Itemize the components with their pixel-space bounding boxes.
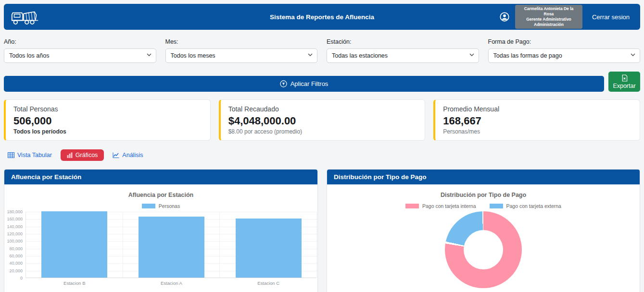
panel-header: Afluencia por Estación [4, 170, 317, 184]
card-total-recaudado: Total Recaudado $4,048,000.00 $8.00 por … [219, 99, 426, 141]
gridline [316, 212, 317, 278]
gridline [123, 212, 123, 278]
card-value: 168,667 [443, 115, 632, 127]
legend-swatch [142, 204, 155, 208]
line-chart-icon [113, 152, 119, 158]
bar-chart-title: Afluencia por Estación [4, 184, 317, 198]
bar-estacion-c [236, 219, 302, 278]
legend-item: Pago con tarjeta externa [490, 203, 561, 209]
donut-chart [445, 211, 522, 288]
legend-label: Personas [159, 203, 180, 209]
export-label: Exportar [613, 83, 635, 89]
tab-vista-tabular[interactable]: Vista Tabular [4, 149, 56, 161]
bar-estacion-b [41, 211, 107, 278]
tab-graficos-active[interactable]: Gráficos [61, 149, 104, 161]
filter-payment: Forma de Pago: Todas las formas de pago [488, 38, 641, 63]
panel-afluencia: Afluencia por Estación Afluencia por Est… [4, 169, 318, 292]
payment-label: Forma de Pago: [488, 38, 641, 45]
person-circle-icon [500, 12, 509, 22]
y-tick-label: 100,000 [7, 239, 23, 243]
pie-chart-canvas: Distribución por Tipo de Pago Pago con t… [327, 184, 640, 292]
panel-header: Distribución por Tipo de Pago [327, 170, 640, 184]
legend-item: Personas [142, 203, 180, 209]
station-select[interactable]: Todas las estaciones [327, 49, 479, 63]
filter-month: Mes: Todos los meses [165, 38, 318, 63]
pie-chart-title: Distribución por Tipo de Pago [327, 184, 640, 198]
user-role: Gerente Administrativo [520, 17, 578, 22]
legend-label: Pago con tarjeta interna [422, 203, 476, 209]
bar-chart-icon [67, 152, 73, 158]
pie-chart-legend: Pago con tarjeta interna Pago con tarjet… [327, 203, 640, 209]
card-title: Total Personas [13, 105, 202, 113]
month-label: Mes: [165, 38, 318, 45]
user-info-badge: Carmelita Antonieta De la Rosa Gerente A… [515, 5, 582, 29]
bar-plot-area: Estacion BEstacion AEstacion C [25, 212, 316, 278]
filter-year: Año: Todos los años [4, 38, 156, 63]
truck-logo-icon [11, 7, 42, 27]
card-promedio-mensual: Promedio Mensual 168,667 Personas/mes [433, 99, 640, 141]
y-tick-label: 180,000 [7, 209, 23, 214]
tab-label: Análisis [122, 152, 143, 158]
legend-item: Pago con tarjeta interna [405, 203, 476, 209]
y-tick-label: 40,000 [9, 261, 23, 266]
table-icon [8, 152, 14, 158]
filter-station: Estación: Todas las estaciones [327, 38, 479, 63]
apply-filters-button[interactable]: Aplicar Filtros [4, 76, 604, 92]
panel-distribucion: Distribución por Tipo de Pago Distribuci… [327, 169, 640, 292]
card-value: $4,048,000.00 [228, 115, 417, 127]
user-name: Carmelita Antonieta De la Rosa [520, 6, 578, 17]
view-tabs: Vista Tabular Gráficos Análisis [4, 149, 147, 161]
legend-swatch [405, 204, 419, 208]
tab-label: Vista Tabular [17, 152, 52, 158]
card-value: 506,000 [13, 115, 202, 127]
card-subtitle: Personas/mes [443, 128, 632, 135]
y-tick-label: 120,000 [7, 231, 23, 236]
apply-filters-label: Aplicar Filtros [290, 80, 328, 87]
card-title: Total Recaudado [228, 105, 417, 113]
tab-analisis[interactable]: Análisis [109, 149, 147, 161]
card-subtitle: Todos los períodos [13, 128, 202, 135]
y-tick-label: 60,000 [9, 254, 23, 258]
card-subtitle: $8.00 por acceso (promedio) [228, 128, 417, 135]
tab-label: Gráficos [76, 152, 98, 158]
station-label: Estación: [327, 38, 479, 45]
x-tick-label: Estacion A [123, 280, 220, 286]
year-select[interactable]: Todos los años [4, 49, 156, 63]
user-department: Administración [520, 22, 578, 27]
navbar: Sistema de Reportes de Afluencia Carmeli… [4, 4, 640, 30]
actions-row: Aplicar Filtros Exportar [4, 72, 640, 92]
bar-chart-canvas: Afluencia por Estación Personas 020,0004… [4, 184, 317, 292]
year-label: Año: [4, 38, 156, 45]
stat-cards: Total Personas 506,000 Todos los período… [4, 99, 640, 141]
y-tick-label: 0 [20, 276, 23, 280]
y-tick-label: 20,000 [9, 268, 23, 273]
y-tick-label: 140,000 [7, 224, 23, 229]
gridline [219, 212, 220, 278]
x-tick-label: Estacion B [26, 280, 123, 286]
legend-label: Pago con tarjeta externa [506, 203, 561, 209]
month-select[interactable]: Todos los meses [165, 49, 318, 63]
card-title: Promedio Mensual [443, 105, 632, 113]
bar-chart-legend: Personas [4, 203, 317, 209]
y-tick-label: 160,000 [7, 217, 23, 221]
x-tick-label: Estacion C [220, 280, 317, 286]
card-total-personas: Total Personas 506,000 Todos los período… [4, 99, 211, 141]
logout-link[interactable]: Cerrar sesion [588, 11, 633, 24]
filters-bar: Año: Todos los años Mes: Todos los meses… [4, 38, 640, 63]
payment-select[interactable]: Todas las formas de pago [488, 49, 641, 63]
export-button[interactable]: Exportar [608, 72, 640, 92]
bar-estacion-a [139, 217, 204, 278]
y-axis-labels: 020,00040,00060,00080,000100,000120,0001… [6, 212, 25, 278]
file-excel-icon [621, 74, 628, 82]
y-tick-label: 80,000 [9, 246, 23, 251]
filter-icon [280, 80, 287, 87]
legend-swatch [490, 204, 503, 208]
